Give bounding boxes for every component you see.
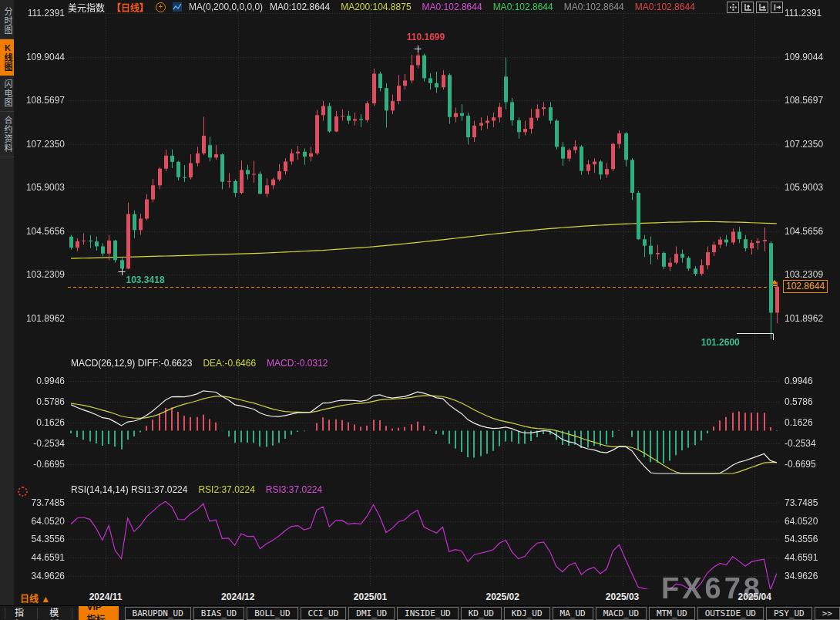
x-axis-month-label: 2025/02 (479, 591, 526, 602)
indicator-button-outside_ud[interactable]: OUTSIDE_UD (697, 607, 764, 620)
add-indicator-icon[interactable]: + (156, 2, 166, 12)
ma-value: MA0:102.8644 (270, 2, 330, 12)
indicator-button-boll_ud[interactable]: BOLL_UD (247, 607, 297, 620)
chart-tools (727, 2, 783, 13)
rsi-value: RSI3:37.0224 (266, 484, 322, 495)
period-selector[interactable]: 日线 ▲ (20, 591, 50, 605)
ma-settings-label: MA(0,200,0,0,0,0) (189, 2, 263, 12)
last-price-tag: 102.8644 (783, 280, 828, 293)
indicator-button-bias_ud[interactable]: BIAS_UD (193, 607, 244, 620)
mini-chart-icon (173, 2, 182, 12)
macd-value: DEA:-0.6466 (203, 358, 256, 369)
sidebar-item-flash-chart[interactable]: 闪电图 (0, 76, 14, 112)
pan-icon[interactable] (727, 2, 739, 13)
x-axis-month-label: 2025/04 (731, 591, 778, 602)
chart-canvas[interactable] (0, 0, 840, 620)
detach-icon[interactable] (771, 2, 783, 13)
macd-header: MACD(26,12,9) DIFF:-0.6623DEA:-0.6466MAC… (71, 358, 328, 369)
chart-header: 美元指数 【日线】 + MA(0,200,0,0,0,0) MA0:102.86… (68, 0, 695, 14)
symbol-title: 美元指数 (68, 1, 105, 14)
indicator-button-barupdn_ud[interactable]: BARUPDN_UD (125, 607, 191, 620)
indicator-button-dmi_ud[interactable]: DMI_UD (348, 607, 395, 620)
ma-values: MA0:102.8644MA200:104.8875MA0:102.8644MA… (270, 2, 695, 12)
ma-value: MA0:102.8644 (493, 2, 553, 12)
indicator-button-mtm_ud[interactable]: MTM_UD (649, 607, 695, 620)
tab-templates[interactable]: 模板 (40, 608, 72, 619)
ma-value: MA0:102.8644 (564, 2, 624, 12)
tab-indicators[interactable]: 指标 (5, 608, 38, 619)
rsi-header: RSI(14,14,14) RSI1:37.0224RSI2:37.0224RS… (71, 484, 322, 495)
vip-indicators-button[interactable]: VIP指标 (79, 605, 118, 620)
x-axis-month-label: 2025/01 (346, 591, 394, 602)
macd-value: MACD:-0.0312 (267, 358, 328, 369)
alert-icon[interactable] (18, 487, 28, 497)
sidebar: 分时图 K线图 闪电图 合约资料 (0, 0, 14, 606)
x-axis-month-label: 2024/12 (214, 591, 262, 602)
indicator-button-psy_ud[interactable]: PSY_UD (766, 607, 812, 620)
indicator-button-ma_ud[interactable]: MA_UD (553, 607, 593, 620)
ma-value: MA0:102.8644 (422, 2, 482, 12)
sidebar-item-contract-info[interactable]: 合约资料 (0, 112, 14, 157)
indicator-button-kdj_ud[interactable]: KDJ_UD (504, 607, 550, 620)
sidebar-item-time-chart[interactable]: 分时图 (0, 3, 14, 39)
zoom-horizontal-icon[interactable] (756, 2, 768, 13)
ma-value: MA0:102.8644 (635, 2, 695, 12)
sidebar-item-kline-chart[interactable]: K线图 (0, 39, 14, 76)
zoom-vertical-icon[interactable] (741, 2, 754, 13)
indicator-button-inside_ud[interactable]: INSIDE_UD (397, 607, 459, 620)
time-axis: 日线 ▲ 2024/112024/122025/012025/022025/03… (0, 589, 840, 605)
trading-app-window: 分时图 K线图 闪电图 合约资料 美元指数 【日线】 + MA(0,200,0,… (0, 0, 840, 620)
indicator-button-macd_ud[interactable]: MACD_UD (596, 607, 647, 620)
indicator-button-kd_ud[interactable]: KD_UD (461, 607, 502, 620)
more-indicators-button[interactable]: >> (815, 607, 840, 620)
rsi-value: RSI2:37.0224 (198, 484, 254, 495)
rsi-value: RSI(14,14,14) RSI1:37.0224 (71, 484, 187, 495)
chevron-up-icon: ▲ (41, 594, 50, 605)
macd-value: MACD(26,12,9) DIFF:-0.6623 (71, 358, 192, 369)
period-tag[interactable]: 【日线】 (112, 1, 149, 14)
x-axis-month-label: 2024/11 (82, 591, 129, 602)
x-axis-month-label: 2025/03 (599, 591, 647, 602)
indicator-toolbar: 指标 模板 VIP指标 BARUPDN_UDBIAS_UDBOLL_UDCCI_… (0, 605, 840, 620)
ma-value: MA200:104.8875 (341, 2, 411, 12)
indicator-button-cci_ud[interactable]: CCI_UD (301, 607, 347, 620)
